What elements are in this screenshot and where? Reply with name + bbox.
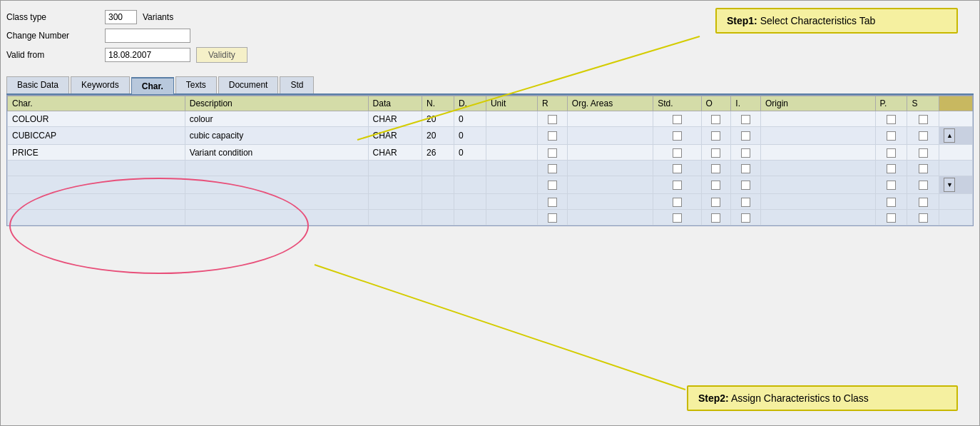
- checkbox-o[interactable]: [711, 198, 720, 207]
- cell-d: 0: [454, 111, 486, 127]
- cell-i: [731, 111, 761, 127]
- checkbox-s[interactable]: [919, 131, 928, 141]
- col-header-data: Data: [368, 96, 422, 111]
- checkbox-i[interactable]: [741, 213, 750, 223]
- table-header-row: Char. Description Data N. D. Unit R Org.…: [8, 96, 973, 111]
- tab-std[interactable]: Std: [280, 76, 314, 93]
- checkbox-s[interactable]: [919, 164, 928, 173]
- cell-o: [701, 145, 731, 161]
- valid-from-row: Valid from Validity: [6, 45, 974, 65]
- checkbox-o[interactable]: [711, 164, 720, 173]
- scroll-down-btn[interactable]: ▼: [944, 178, 955, 192]
- col-header-d: D.: [454, 96, 486, 111]
- svg-line-1: [315, 265, 685, 390]
- col-header-icon: [939, 96, 973, 111]
- checkbox-o[interactable]: [711, 115, 720, 124]
- tab-char[interactable]: Char.: [131, 77, 174, 94]
- checkbox-r[interactable]: [548, 181, 557, 190]
- checkbox-p[interactable]: [887, 131, 896, 141]
- table-row: COLOUR colour CHAR 20 0: [8, 111, 973, 127]
- checkbox-p[interactable]: [887, 181, 896, 190]
- checkbox-std[interactable]: [673, 148, 682, 158]
- checkbox-p[interactable]: [887, 148, 896, 158]
- checkbox-o[interactable]: [711, 131, 720, 141]
- checkbox-p[interactable]: [887, 164, 896, 173]
- col-header-n: N.: [422, 96, 454, 111]
- tab-document[interactable]: Document: [218, 76, 279, 93]
- checkbox-o[interactable]: [711, 181, 720, 190]
- checkbox-p[interactable]: [887, 115, 896, 124]
- checkbox-s[interactable]: [919, 181, 928, 190]
- checkbox-p[interactable]: [887, 213, 896, 223]
- table-scroll-container: Char. Description Data N. D. Unit R Org.…: [7, 96, 973, 225]
- cell-char: COLOUR: [8, 111, 185, 127]
- col-header-description: Description: [185, 96, 368, 111]
- change-number-input[interactable]: [105, 29, 190, 43]
- checkbox-std[interactable]: [673, 198, 682, 207]
- table-row-empty: [8, 161, 973, 176]
- checkbox-i[interactable]: [741, 148, 750, 158]
- cell-i: [731, 127, 761, 145]
- tab-texts[interactable]: Texts: [175, 76, 217, 93]
- col-header-s: S: [907, 96, 939, 111]
- cell-origin: [761, 145, 875, 161]
- callout1-text: Select Characteristics Tab: [757, 15, 875, 26]
- checkbox-r[interactable]: [548, 213, 557, 223]
- cell-data: CHAR: [368, 127, 422, 145]
- callout1-step: Step1:: [727, 15, 757, 26]
- cell-scrollbar: [939, 111, 973, 127]
- cell-description: colour: [185, 111, 368, 127]
- checkbox-s[interactable]: [919, 148, 928, 158]
- checkbox-std[interactable]: [673, 164, 682, 173]
- cell-std: [653, 111, 701, 127]
- checkbox-std[interactable]: [673, 213, 682, 223]
- change-number-label: Change Number: [6, 31, 99, 41]
- cell-data: CHAR: [368, 145, 422, 161]
- cell-n: 26: [422, 145, 454, 161]
- checkbox-std[interactable]: [673, 115, 682, 124]
- checkbox-r[interactable]: [548, 131, 557, 141]
- cell-p: [875, 145, 907, 161]
- checkbox-i[interactable]: [741, 131, 750, 141]
- validity-button[interactable]: Validity: [196, 47, 247, 63]
- tab-basic-data[interactable]: Basic Data: [6, 76, 69, 93]
- tabs-container: Basic Data Keywords Char. Texts Document…: [6, 76, 974, 95]
- col-header-origin: Origin: [761, 96, 875, 111]
- checkbox-r[interactable]: [548, 164, 557, 173]
- cell-n: 20: [422, 127, 454, 145]
- cell-o: [701, 127, 731, 145]
- col-header-i: I.: [731, 96, 761, 111]
- scroll-up-btn[interactable]: ▲: [944, 128, 955, 143]
- col-header-org-areas: Org. Areas: [567, 96, 653, 111]
- checkbox-p[interactable]: [887, 198, 896, 207]
- checkbox-i[interactable]: [741, 181, 750, 190]
- checkbox-std[interactable]: [673, 131, 682, 141]
- cell-o: [701, 111, 731, 127]
- cell-s: [907, 145, 939, 161]
- cell-scrollbar: ▲: [939, 127, 973, 145]
- tab-keywords[interactable]: Keywords: [71, 76, 130, 93]
- checkbox-s[interactable]: [919, 115, 928, 124]
- table-row: PRICE Variant condition CHAR 26 0: [8, 145, 973, 161]
- checkbox-r[interactable]: [548, 148, 557, 158]
- checkbox-r[interactable]: [548, 198, 557, 207]
- checkbox-i[interactable]: [741, 198, 750, 207]
- class-type-input[interactable]: [105, 10, 137, 24]
- checkbox-s[interactable]: [919, 213, 928, 223]
- valid-from-input[interactable]: [105, 48, 190, 62]
- checkbox-std[interactable]: [673, 181, 682, 190]
- checkbox-o[interactable]: [711, 213, 720, 223]
- cell-n: 20: [422, 111, 454, 127]
- table-row-empty: [8, 194, 973, 210]
- checkbox-i[interactable]: [741, 164, 750, 173]
- cell-char: PRICE: [8, 145, 185, 161]
- col-header-unit: Unit: [486, 96, 537, 111]
- callout2-step: Step2:: [698, 392, 729, 404]
- cell-i: [731, 145, 761, 161]
- checkbox-r[interactable]: [548, 115, 557, 124]
- cell-p: [875, 111, 907, 127]
- cell-p: [875, 127, 907, 145]
- checkbox-i[interactable]: [741, 115, 750, 124]
- checkbox-s[interactable]: [919, 198, 928, 207]
- checkbox-o[interactable]: [711, 148, 720, 158]
